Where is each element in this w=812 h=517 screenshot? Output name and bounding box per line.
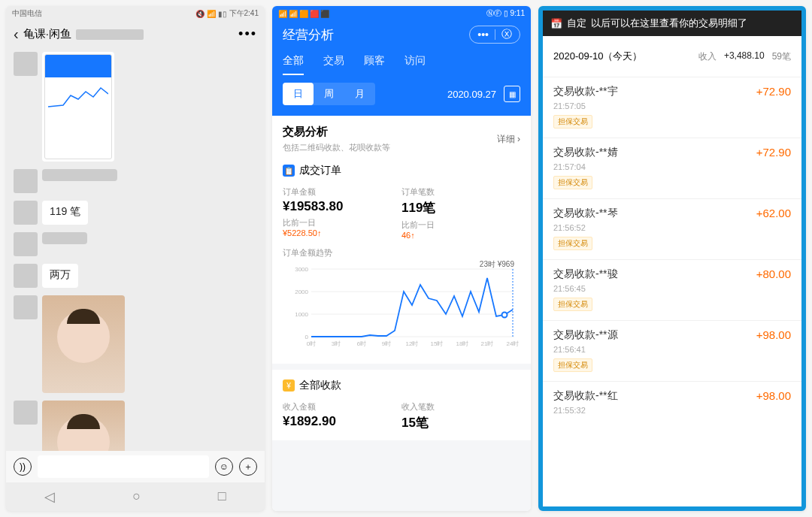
amount-value: ¥19583.80 — [283, 199, 401, 214]
detail-link[interactable]: 详细 › — [497, 133, 520, 146]
list-item[interactable]: 交易收款-**源+98.00 21:56:41 担保交易 — [543, 320, 801, 381]
avatar[interactable] — [14, 169, 38, 193]
status-left: 📶📶🟧🟥⬛ — [278, 10, 331, 18]
message — [14, 295, 257, 393]
tooltip-banner: 📅 自定 以后可以在这里查看你的交易明细了 — [543, 11, 801, 36]
photo-bubble[interactable] — [42, 295, 125, 393]
status-bar: 📶📶🟧🟥⬛ ⓃⒻ ▯ 9:11 — [272, 6, 531, 21]
category-tabs: 全部 交易 顾客 访问 — [283, 54, 520, 75]
list-item[interactable]: 交易收款-**婧+72.90 21:57:04 担保交易 — [543, 138, 801, 198]
payer-name: 交易收款-**琴 — [553, 207, 618, 220]
section-title: 成交订单 — [299, 164, 341, 177]
message: 两万 — [14, 264, 257, 288]
card-subtitle: 包括二维码收款、花呗收款等 — [283, 142, 390, 153]
message-list[interactable]: 119 笔 两万 — [6, 47, 265, 451]
svg-text:24时: 24时 — [507, 340, 520, 347]
tx-time: 21:56:52 — [553, 223, 791, 232]
chat-title: 龟课·闲鱼 — [23, 27, 71, 41]
back-icon[interactable]: ‹ — [14, 26, 19, 43]
svg-text:2000: 2000 — [295, 289, 308, 295]
svg-point-17 — [502, 313, 508, 318]
avatar[interactable] — [14, 295, 38, 319]
seg-month[interactable]: 月 — [344, 83, 375, 105]
svg-text:0: 0 — [305, 334, 309, 340]
tx-time: 21:56:41 — [553, 345, 791, 354]
nav-home-icon[interactable]: ○ — [132, 488, 141, 505]
message-input[interactable] — [38, 455, 209, 478]
status-bar: 中国电信 🔇 📶 ▮▯ 下午2:41 — [6, 6, 265, 21]
nav-recent-icon[interactable]: □ — [218, 488, 226, 505]
tx-amount: +72.90 — [756, 146, 791, 159]
phone-wechat: 中国电信 🔇 📶 ▮▯ 下午2:41 ‹ 龟课·闲鱼 ••• — [6, 6, 265, 511]
tab-customer[interactable]: 顾客 — [364, 54, 385, 75]
calendar-icon[interactable]: ▦ — [504, 86, 520, 102]
svg-text:3000: 3000 — [295, 266, 308, 273]
message: 119 笔 — [14, 201, 257, 225]
emoji-icon[interactable]: ☺ — [215, 458, 233, 476]
avatar[interactable] — [14, 401, 38, 425]
tx-amount: +80.00 — [756, 268, 791, 281]
date-controls: 日 周 月 2020.09.27 ▦ — [283, 83, 520, 105]
coins-icon: ¥ — [283, 379, 295, 392]
avatar[interactable] — [14, 264, 38, 288]
income-amt-label: 收入金额 — [283, 401, 401, 413]
tx-amount: +62.00 — [756, 207, 791, 220]
banner-prefix: 自定 — [567, 17, 586, 30]
tx-time: 21:57:05 — [553, 101, 791, 110]
more-icon[interactable]: ••• — [477, 29, 489, 41]
content-body[interactable]: 交易分析 包括二维码收款、花呗收款等 详细 › 📋 成交订单 订单金额 ¥195… — [272, 116, 531, 511]
transaction-list[interactable]: 交易收款-**宇+72.90 21:57:05 担保交易 交易收款-**婧+72… — [543, 77, 801, 506]
svg-text:21时: 21时 — [481, 340, 494, 347]
period-segment: 日 周 月 — [283, 83, 375, 105]
list-item[interactable]: 交易收款-**红+98.00 21:55:32 — [543, 381, 801, 424]
text-bubble[interactable]: 119 笔 — [42, 201, 88, 225]
avatar[interactable] — [14, 232, 38, 256]
svg-text:15时: 15时 — [431, 340, 444, 347]
tx-tag: 担保交易 — [553, 115, 592, 128]
tab-visit[interactable]: 访问 — [404, 54, 426, 75]
text-bubble[interactable]: 两万 — [42, 264, 78, 288]
carrier: 中国电信 — [12, 8, 42, 19]
payer-name: 交易收款-**宇 — [553, 85, 618, 98]
svg-text:1000: 1000 — [295, 311, 308, 318]
message — [14, 169, 257, 193]
seg-day[interactable]: 日 — [283, 83, 314, 105]
tab-trade[interactable]: 交易 — [323, 54, 344, 75]
line-chart-svg: 0100020003000 0时3时6时9时12时15时18时21时24时 — [283, 262, 520, 352]
avatar[interactable] — [14, 201, 38, 225]
list-item[interactable]: 交易收款-**宇+72.90 21:57:05 担保交易 — [543, 77, 801, 138]
phone-transactions: 📅 自定 以后可以在这里查看你的交易明细了 2020-09-10（今天） 收入 … — [538, 6, 806, 511]
day-summary: 2020-09-10（今天） 收入 +3,488.10 59笔 — [543, 36, 801, 77]
status-right: 🔇 📶 ▮▯ 下午2:41 — [195, 8, 259, 19]
status-right: ⓃⒻ ▯ 9:11 — [486, 8, 525, 19]
more-icon[interactable]: ••• — [238, 26, 257, 42]
image-bubble[interactable] — [42, 52, 114, 162]
seg-week[interactable]: 周 — [314, 83, 344, 105]
close-icon[interactable]: ⓧ — [501, 28, 512, 41]
screenshot-thumb — [44, 54, 112, 159]
chart-tooltip: 23时 ¥969 — [480, 259, 514, 270]
tab-all[interactable]: 全部 — [283, 54, 304, 75]
chart-title: 订单金额趋势 — [283, 247, 520, 258]
plus-icon[interactable]: ＋ — [239, 458, 257, 476]
photo-bubble[interactable] — [42, 401, 125, 451]
android-navbar: ◁ ○ □ — [6, 482, 265, 511]
section-title: 全部收款 — [299, 379, 341, 392]
nav-back-icon[interactable]: ◁ — [44, 488, 55, 505]
date-display[interactable]: 2020.09.27 — [447, 89, 496, 100]
calendar-icon: 📅 — [550, 18, 562, 29]
banner-text: 以后可以在这里查看你的交易明细了 — [591, 17, 747, 30]
income-card: ¥ 全部收款 收入金额 ¥1892.90 收入笔数 15笔 — [272, 370, 531, 446]
tx-amount: +98.00 — [756, 328, 791, 342]
avatar[interactable] — [14, 52, 38, 76]
message — [14, 232, 257, 256]
voice-icon[interactable]: )) — [14, 458, 32, 476]
list-item[interactable]: 交易收款-**琴+62.00 21:56:52 担保交易 — [543, 198, 801, 259]
order-icon: 📋 — [283, 165, 295, 177]
tx-amount: +72.90 — [756, 85, 791, 98]
clock: 下午2:41 — [229, 8, 259, 19]
list-item[interactable]: 交易收款-**骏+80.00 21:56:45 担保交易 — [543, 259, 801, 320]
payer-name: 交易收款-**红 — [553, 389, 618, 403]
svg-text:6时: 6时 — [357, 340, 366, 347]
svg-text:18时: 18时 — [456, 340, 469, 347]
